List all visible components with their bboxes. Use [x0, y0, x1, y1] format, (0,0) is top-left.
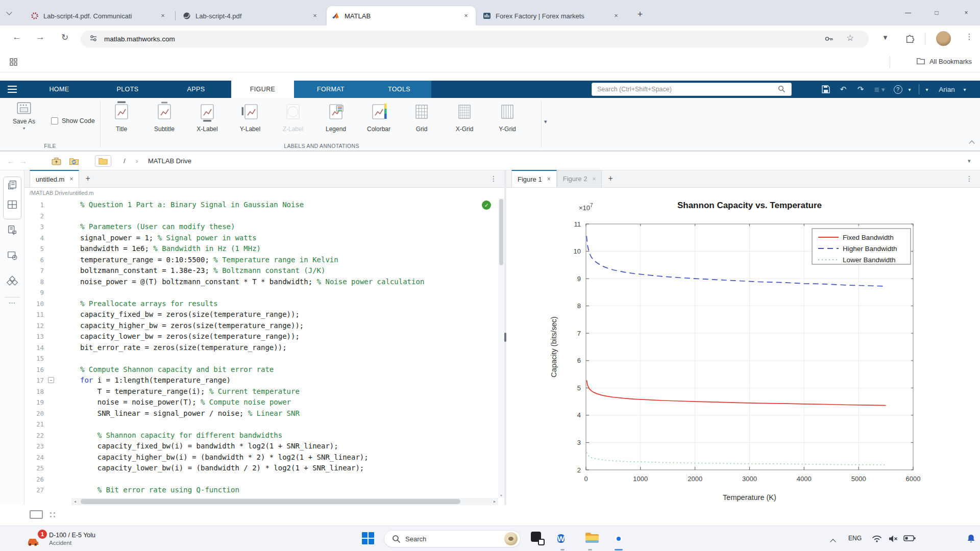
ribbon-tab-plots[interactable]: PLOTS — [93, 81, 162, 98]
code-line[interactable]: 25 capacity_lower_bw(i) = (bandwidth / 2… — [24, 463, 504, 474]
code-line[interactable]: 22 % Shannon capacity for different band… — [24, 430, 504, 441]
code-line[interactable]: 2 — [24, 211, 504, 222]
collapse-ribbon-icon[interactable] — [970, 138, 974, 147]
word-app-button[interactable]: W — [557, 532, 565, 545]
checkbox-box[interactable] — [51, 117, 58, 124]
browser-tab[interactable]: MATLAB× — [327, 6, 476, 26]
browser-tab[interactable]: Lab-script-4.pdf× — [178, 6, 325, 26]
weather-news-widget[interactable]: 1 D-100 / E-5 Yolu Accident — [26, 526, 95, 551]
browser-menu-kebab-icon[interactable]: ⋮ — [963, 32, 976, 41]
figure-tab[interactable]: Figure 2× — [557, 170, 602, 187]
tab-close-icon[interactable]: × — [592, 176, 596, 183]
code-line[interactable]: 4signal_power = 1; % Signal power in wat… — [24, 233, 504, 244]
site-info-icon[interactable] — [89, 34, 98, 45]
tab-close-icon[interactable]: × — [158, 11, 167, 20]
hamburger-menu-icon[interactable] — [7, 85, 17, 95]
files-panel-icon[interactable] — [7, 180, 18, 193]
ribbon-search-input[interactable] — [592, 83, 792, 96]
language-indicator[interactable]: ENG — [848, 535, 862, 542]
code-fold-icon[interactable]: − — [48, 377, 54, 383]
window-minimize-button[interactable]: — — [894, 0, 922, 26]
code-line[interactable]: 19 noise = noise_power(T); % Compute noi… — [24, 397, 504, 408]
breadcrumb-drive[interactable]: MATLAB Drive — [148, 152, 191, 170]
scrollbar-thumb[interactable] — [499, 199, 503, 265]
code-line[interactable]: 17−for i = 1:length(temperature_range) — [24, 375, 504, 386]
toolstrip-more-chevron-icon[interactable]: ▾ — [544, 118, 547, 125]
tab-close-icon[interactable]: × — [461, 11, 471, 20]
code-line[interactable]: 9 — [24, 287, 504, 298]
ylabel-button[interactable]: Y-Label — [232, 101, 268, 142]
user-name[interactable]: Arian — [934, 81, 960, 98]
redo-icon[interactable]: ↷ — [853, 81, 868, 98]
editor-horizontal-scrollbar[interactable]: ◂ ▸ — [71, 498, 498, 505]
tab-search-chevron-icon[interactable] — [7, 10, 11, 14]
ribbon-tab-format[interactable]: FORMAT — [298, 81, 364, 98]
code-line[interactable]: 27 % Bit error rate using Q-function — [24, 485, 504, 496]
upload-briefcase-icon[interactable] — [51, 152, 62, 170]
scrollbar-thumb[interactable] — [81, 499, 460, 504]
code-line[interactable]: 10% Preallocate arrays for results — [24, 298, 504, 310]
close-icon[interactable]: × — [69, 176, 73, 183]
save-as-button[interactable]: Save As ▾ — [4, 101, 44, 143]
code-line[interactable]: 1% Question 1 Part a: Binary Signal in G… — [24, 199, 504, 211]
breadcrumb-chevron-icon[interactable]: ▾ — [968, 152, 971, 170]
tab-close-icon[interactable]: × — [310, 11, 320, 20]
browser-tab[interactable]: Forex Factory | Forex markets× — [478, 6, 626, 26]
workspace-cubes-panel-icon[interactable] — [6, 276, 18, 289]
password-key-icon[interactable] — [824, 34, 834, 46]
editor-menu-kebab-icon[interactable]: ⋮ — [490, 174, 497, 183]
ribbon-tab-apps[interactable]: APPS — [162, 81, 230, 98]
code-line[interactable]: 23 capacity_fixed_bw(i) = bandwidth * lo… — [24, 441, 504, 452]
editor-tab-untitled[interactable]: untitled.m × — [30, 170, 79, 187]
code-line[interactable]: 3% Parameters (User can modify these) — [24, 221, 504, 233]
xgrid-button[interactable]: X-Grid — [446, 101, 483, 142]
subtitle-button[interactable]: Subtitle — [146, 101, 183, 142]
code-line[interactable]: 20 SNR_linear = signal_power / noise; % … — [24, 408, 504, 419]
account-chevron-icon[interactable]: ▾ — [923, 81, 931, 98]
doc-chat-panel-icon[interactable] — [7, 224, 18, 238]
wifi-icon[interactable] — [872, 535, 882, 545]
new-file-button[interactable]: + — [79, 170, 96, 187]
profile-avatar[interactable] — [936, 31, 951, 46]
tab-close-icon[interactable]: × — [611, 11, 621, 20]
file-explorer-button[interactable] — [585, 532, 599, 546]
start-button[interactable] — [361, 532, 375, 547]
preview-panel-icon[interactable] — [7, 250, 18, 263]
code-line[interactable]: 13capacity_lower_bw = zeros(size(tempera… — [24, 331, 504, 342]
window-close-button[interactable]: × — [952, 0, 980, 26]
scroll-right-icon[interactable]: ▸ — [493, 498, 496, 504]
minimized-panel-icon[interactable] — [30, 510, 43, 519]
code-line[interactable]: 14bit_error_rate = zeros(size(temperatur… — [24, 342, 504, 354]
code-line[interactable]: 8noise_power = @(T) boltzmann_constant *… — [24, 277, 504, 288]
editor-vertical-scrollbar[interactable]: ▾ — [498, 198, 504, 498]
quick-save-icon[interactable] — [819, 81, 833, 98]
code-line[interactable]: 24 capacity_higher_bw(i) = (bandwidth * … — [24, 452, 504, 463]
ygrid-button[interactable]: Y-Grid — [489, 101, 526, 142]
sidebar-more-icon[interactable]: ⋯ — [9, 299, 15, 307]
address-bar[interactable]: matlab.mathworks.com — [81, 31, 869, 47]
scroll-left-icon[interactable]: ◂ — [74, 498, 77, 504]
code-line[interactable]: 5bandwidth = 1e6; % Bandwidth in Hz (1 M… — [24, 243, 504, 255]
code-line[interactable]: 18 T = temperature_range(i); % Current t… — [24, 386, 504, 397]
xlabel-button[interactable]: X-Label — [189, 101, 226, 142]
code-editor[interactable]: 1% Question 1 Part a: Binary Signal in G… — [24, 198, 504, 505]
help-icon[interactable]: ? — [892, 81, 903, 98]
title-button[interactable]: Title — [103, 101, 140, 142]
new-tab-button[interactable]: + — [633, 7, 647, 21]
code-line[interactable]: 15 — [24, 353, 504, 364]
colorbar-button[interactable]: Colorbar — [360, 101, 397, 142]
ribbon-tab-home[interactable]: HOME — [25, 81, 93, 98]
notification-bell-icon[interactable] — [966, 534, 976, 546]
figure-tab[interactable]: Figure 1× — [511, 170, 557, 187]
figure-canvas[interactable]: 0100020003000400050006000234567891011Sha… — [506, 188, 980, 505]
volume-muted-icon[interactable] — [888, 535, 898, 545]
extensions-puzzle-icon[interactable] — [904, 33, 916, 46]
grid-button[interactable]: Grid — [403, 101, 440, 142]
browser-tab[interactable]: Lab-script-4.pdf. Communicati× — [26, 6, 173, 26]
taskbar-search-box[interactable]: Search — [384, 530, 521, 547]
breadcrumb-root[interactable]: / — [124, 152, 126, 170]
extension-triangle-icon[interactable]: ▼ — [882, 34, 889, 41]
user-chevron-icon[interactable]: ▾ — [961, 81, 969, 98]
hidden-icons-chevron-icon[interactable] — [831, 537, 835, 546]
battery-low-icon[interactable] — [903, 535, 916, 544]
